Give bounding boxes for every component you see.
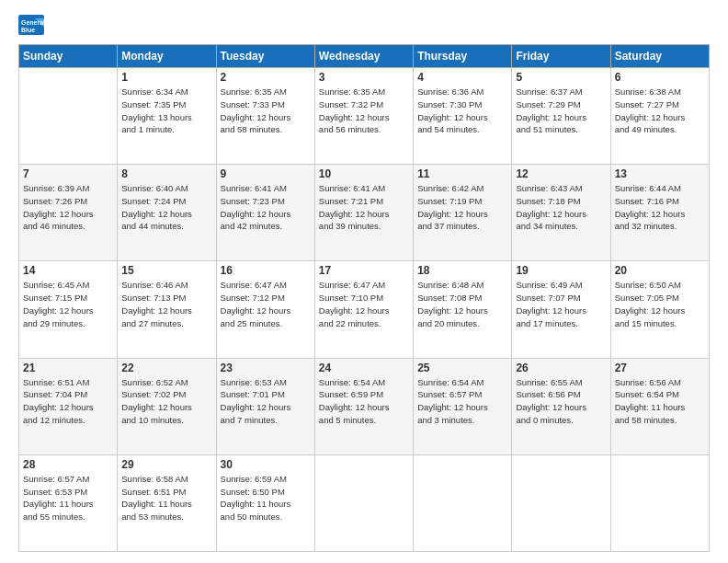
day-info: Sunrise: 6:56 AM Sunset: 6:54 PM Dayligh… (615, 376, 705, 427)
calendar-cell: 3Sunrise: 6:35 AM Sunset: 7:32 PM Daylig… (314, 68, 413, 165)
day-info: Sunrise: 6:44 AM Sunset: 7:16 PM Dayligh… (615, 182, 705, 233)
weekday-header: Wednesday (314, 45, 413, 68)
day-number: 27 (615, 362, 705, 374)
day-number: 5 (516, 71, 606, 84)
calendar-cell: 6Sunrise: 6:38 AM Sunset: 7:27 PM Daylig… (610, 68, 709, 165)
calendar-cell: 2Sunrise: 6:35 AM Sunset: 7:33 PM Daylig… (216, 68, 314, 165)
day-number: 3 (319, 71, 409, 84)
calendar-cell: 18Sunrise: 6:48 AM Sunset: 7:08 PM Dayli… (414, 261, 512, 358)
day-number: 30 (221, 458, 311, 471)
calendar-cell: 15Sunrise: 6:46 AM Sunset: 7:13 PM Dayli… (118, 261, 216, 358)
day-info: Sunrise: 6:34 AM Sunset: 7:35 PM Dayligh… (121, 86, 211, 136)
day-number: 16 (221, 264, 311, 277)
weekday-header: Thursday (414, 45, 512, 68)
day-info: Sunrise: 6:41 AM Sunset: 7:21 PM Dayligh… (319, 182, 409, 233)
page: General Blue SundayMondayTuesdayWednesda… (0, 0, 728, 563)
day-number: 15 (121, 264, 211, 277)
calendar-week: 21Sunrise: 6:51 AM Sunset: 7:04 PM Dayli… (19, 358, 710, 454)
day-number: 11 (417, 167, 507, 180)
day-number: 12 (516, 167, 606, 180)
calendar-cell: 8Sunrise: 6:40 AM Sunset: 7:24 PM Daylig… (118, 165, 216, 261)
calendar-table: SundayMondayTuesdayWednesdayThursdayFrid… (18, 44, 710, 552)
day-info: Sunrise: 6:41 AM Sunset: 7:23 PM Dayligh… (221, 182, 311, 233)
day-number: 13 (615, 167, 705, 180)
day-number: 14 (23, 264, 113, 277)
calendar-cell: 30Sunrise: 6:59 AM Sunset: 6:50 PM Dayli… (216, 454, 314, 551)
day-info: Sunrise: 6:58 AM Sunset: 6:51 PM Dayligh… (121, 473, 211, 523)
calendar-cell (610, 454, 709, 551)
weekday-header: Tuesday (216, 45, 314, 68)
day-number: 9 (221, 167, 311, 180)
day-info: Sunrise: 6:43 AM Sunset: 7:18 PM Dayligh… (516, 182, 606, 233)
calendar-cell: 19Sunrise: 6:49 AM Sunset: 7:07 PM Dayli… (512, 261, 610, 358)
day-number: 17 (319, 264, 409, 277)
day-info: Sunrise: 6:51 AM Sunset: 7:04 PM Dayligh… (23, 376, 113, 427)
day-number: 10 (319, 167, 409, 180)
calendar-cell: 16Sunrise: 6:47 AM Sunset: 7:12 PM Dayli… (216, 261, 314, 358)
calendar-cell (414, 454, 512, 551)
day-number: 25 (417, 362, 507, 374)
day-number: 28 (23, 458, 113, 471)
day-number: 19 (516, 264, 606, 277)
calendar-week: 14Sunrise: 6:45 AM Sunset: 7:15 PM Dayli… (19, 261, 710, 358)
day-number: 6 (615, 71, 705, 84)
calendar-cell (19, 68, 118, 165)
day-info: Sunrise: 6:35 AM Sunset: 7:33 PM Dayligh… (221, 86, 311, 136)
day-info: Sunrise: 6:48 AM Sunset: 7:08 PM Dayligh… (417, 279, 507, 329)
calendar-cell: 10Sunrise: 6:41 AM Sunset: 7:21 PM Dayli… (314, 165, 413, 261)
weekday-header: Saturday (610, 45, 709, 68)
calendar-week: 28Sunrise: 6:57 AM Sunset: 6:53 PM Dayli… (19, 454, 710, 551)
calendar-cell (314, 454, 413, 551)
day-info: Sunrise: 6:42 AM Sunset: 7:19 PM Dayligh… (417, 182, 507, 233)
calendar-cell: 14Sunrise: 6:45 AM Sunset: 7:15 PM Dayli… (19, 261, 118, 358)
day-info: Sunrise: 6:49 AM Sunset: 7:07 PM Dayligh… (516, 279, 606, 329)
calendar-cell: 11Sunrise: 6:42 AM Sunset: 7:19 PM Dayli… (414, 165, 512, 261)
day-info: Sunrise: 6:39 AM Sunset: 7:26 PM Dayligh… (23, 182, 113, 233)
calendar-cell: 21Sunrise: 6:51 AM Sunset: 7:04 PM Dayli… (19, 358, 118, 454)
day-info: Sunrise: 6:40 AM Sunset: 7:24 PM Dayligh… (121, 182, 211, 233)
calendar-cell: 12Sunrise: 6:43 AM Sunset: 7:18 PM Dayli… (512, 165, 610, 261)
day-number: 29 (121, 458, 211, 471)
logo: General Blue (18, 15, 44, 35)
day-info: Sunrise: 6:45 AM Sunset: 7:15 PM Dayligh… (23, 279, 113, 329)
calendar-cell: 27Sunrise: 6:56 AM Sunset: 6:54 PM Dayli… (610, 358, 709, 454)
day-info: Sunrise: 6:50 AM Sunset: 7:05 PM Dayligh… (615, 279, 705, 329)
day-info: Sunrise: 6:52 AM Sunset: 7:02 PM Dayligh… (121, 376, 211, 427)
day-info: Sunrise: 6:47 AM Sunset: 7:10 PM Dayligh… (319, 279, 409, 329)
calendar-cell (512, 454, 610, 551)
day-number: 18 (417, 264, 507, 277)
day-number: 21 (23, 362, 113, 374)
calendar-cell: 29Sunrise: 6:58 AM Sunset: 6:51 PM Dayli… (118, 454, 216, 551)
calendar-cell: 26Sunrise: 6:55 AM Sunset: 6:56 PM Dayli… (512, 358, 610, 454)
calendar-cell: 22Sunrise: 6:52 AM Sunset: 7:02 PM Dayli… (118, 358, 216, 454)
day-info: Sunrise: 6:59 AM Sunset: 6:50 PM Dayligh… (221, 473, 311, 523)
day-info: Sunrise: 6:38 AM Sunset: 7:27 PM Dayligh… (615, 86, 705, 136)
day-number: 26 (516, 362, 606, 374)
day-info: Sunrise: 6:57 AM Sunset: 6:53 PM Dayligh… (23, 473, 113, 523)
header: General Blue (18, 15, 710, 35)
calendar-cell: 7Sunrise: 6:39 AM Sunset: 7:26 PM Daylig… (19, 165, 118, 261)
svg-text:General: General (21, 19, 44, 26)
day-info: Sunrise: 6:55 AM Sunset: 6:56 PM Dayligh… (516, 376, 606, 427)
calendar-cell: 28Sunrise: 6:57 AM Sunset: 6:53 PM Dayli… (19, 454, 118, 551)
svg-text:Blue: Blue (21, 27, 35, 33)
calendar-week: 7Sunrise: 6:39 AM Sunset: 7:26 PM Daylig… (19, 165, 710, 261)
day-info: Sunrise: 6:47 AM Sunset: 7:12 PM Dayligh… (221, 279, 311, 329)
calendar-cell: 9Sunrise: 6:41 AM Sunset: 7:23 PM Daylig… (216, 165, 314, 261)
calendar-cell: 4Sunrise: 6:36 AM Sunset: 7:30 PM Daylig… (414, 68, 512, 165)
calendar-week: 1Sunrise: 6:34 AM Sunset: 7:35 PM Daylig… (19, 68, 710, 165)
day-info: Sunrise: 6:36 AM Sunset: 7:30 PM Dayligh… (417, 86, 507, 136)
day-number: 22 (121, 362, 211, 374)
day-info: Sunrise: 6:54 AM Sunset: 6:59 PM Dayligh… (319, 376, 409, 427)
calendar-cell: 25Sunrise: 6:54 AM Sunset: 6:57 PM Dayli… (414, 358, 512, 454)
day-number: 23 (221, 362, 311, 374)
weekday-header: Friday (512, 45, 610, 68)
day-number: 7 (23, 167, 113, 180)
day-info: Sunrise: 6:35 AM Sunset: 7:32 PM Dayligh… (319, 86, 409, 136)
calendar-cell: 23Sunrise: 6:53 AM Sunset: 7:01 PM Dayli… (216, 358, 314, 454)
day-number: 20 (615, 264, 705, 277)
day-info: Sunrise: 6:37 AM Sunset: 7:29 PM Dayligh… (516, 86, 606, 136)
day-info: Sunrise: 6:54 AM Sunset: 6:57 PM Dayligh… (417, 376, 507, 427)
day-number: 1 (121, 71, 211, 84)
day-info: Sunrise: 6:53 AM Sunset: 7:01 PM Dayligh… (221, 376, 311, 427)
